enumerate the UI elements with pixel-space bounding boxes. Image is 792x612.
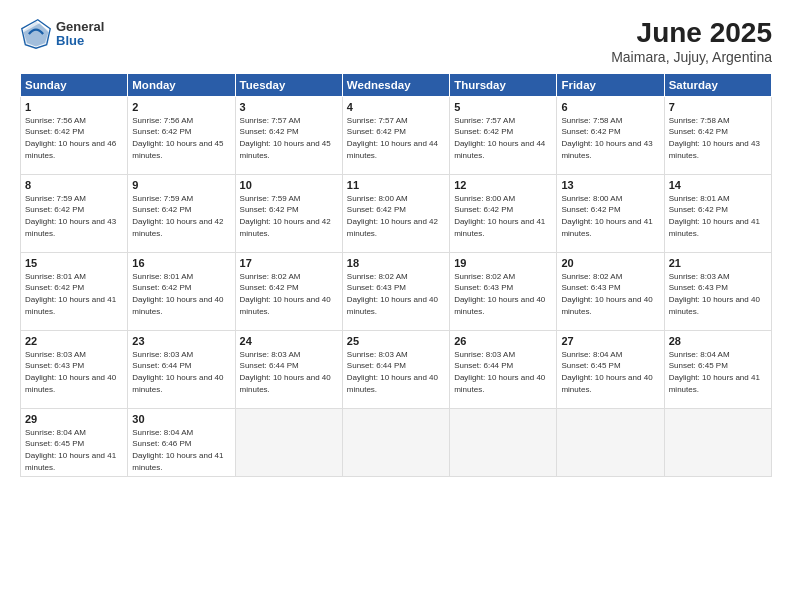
day-number: 11 (347, 179, 445, 191)
day-number: 5 (454, 101, 552, 113)
day-number: 3 (240, 101, 338, 113)
day-info: Sunrise: 8:02 AM Sunset: 6:42 PM Dayligh… (240, 271, 338, 317)
calendar-cell: 29 Sunrise: 8:04 AM Sunset: 6:45 PM Dayl… (21, 408, 128, 476)
day-info: Sunrise: 8:04 AM Sunset: 6:45 PM Dayligh… (669, 349, 767, 395)
col-saturday: Saturday (664, 73, 771, 96)
calendar-week-row: 15 Sunrise: 8:01 AM Sunset: 6:42 PM Dayl… (21, 252, 772, 330)
calendar-week-row: 8 Sunrise: 7:59 AM Sunset: 6:42 PM Dayli… (21, 174, 772, 252)
day-number: 25 (347, 335, 445, 347)
day-number: 4 (347, 101, 445, 113)
day-info: Sunrise: 8:03 AM Sunset: 6:44 PM Dayligh… (454, 349, 552, 395)
day-number: 23 (132, 335, 230, 347)
calendar-cell: 7 Sunrise: 7:58 AM Sunset: 6:42 PM Dayli… (664, 96, 771, 174)
calendar-header-row: Sunday Monday Tuesday Wednesday Thursday… (21, 73, 772, 96)
calendar-cell (450, 408, 557, 476)
calendar-cell: 10 Sunrise: 7:59 AM Sunset: 6:42 PM Dayl… (235, 174, 342, 252)
calendar-cell: 19 Sunrise: 8:02 AM Sunset: 6:43 PM Dayl… (450, 252, 557, 330)
calendar-cell: 16 Sunrise: 8:01 AM Sunset: 6:42 PM Dayl… (128, 252, 235, 330)
logo-icon (20, 18, 52, 50)
col-wednesday: Wednesday (342, 73, 449, 96)
day-info: Sunrise: 7:57 AM Sunset: 6:42 PM Dayligh… (454, 115, 552, 161)
calendar-cell: 22 Sunrise: 8:03 AM Sunset: 6:43 PM Dayl… (21, 330, 128, 408)
day-info: Sunrise: 8:01 AM Sunset: 6:42 PM Dayligh… (25, 271, 123, 317)
day-number: 21 (669, 257, 767, 269)
day-info: Sunrise: 8:02 AM Sunset: 6:43 PM Dayligh… (561, 271, 659, 317)
calendar-cell: 17 Sunrise: 8:02 AM Sunset: 6:42 PM Dayl… (235, 252, 342, 330)
day-info: Sunrise: 8:00 AM Sunset: 6:42 PM Dayligh… (347, 193, 445, 239)
day-number: 1 (25, 101, 123, 113)
day-number: 16 (132, 257, 230, 269)
col-tuesday: Tuesday (235, 73, 342, 96)
calendar-cell: 9 Sunrise: 7:59 AM Sunset: 6:42 PM Dayli… (128, 174, 235, 252)
day-info: Sunrise: 7:57 AM Sunset: 6:42 PM Dayligh… (240, 115, 338, 161)
day-info: Sunrise: 7:59 AM Sunset: 6:42 PM Dayligh… (25, 193, 123, 239)
day-info: Sunrise: 8:03 AM Sunset: 6:44 PM Dayligh… (132, 349, 230, 395)
day-number: 30 (132, 413, 230, 425)
calendar-cell: 11 Sunrise: 8:00 AM Sunset: 6:42 PM Dayl… (342, 174, 449, 252)
day-number: 8 (25, 179, 123, 191)
calendar-cell: 8 Sunrise: 7:59 AM Sunset: 6:42 PM Dayli… (21, 174, 128, 252)
calendar-cell: 25 Sunrise: 8:03 AM Sunset: 6:44 PM Dayl… (342, 330, 449, 408)
calendar-cell (664, 408, 771, 476)
calendar-cell: 20 Sunrise: 8:02 AM Sunset: 6:43 PM Dayl… (557, 252, 664, 330)
calendar-cell: 21 Sunrise: 8:03 AM Sunset: 6:43 PM Dayl… (664, 252, 771, 330)
day-info: Sunrise: 8:01 AM Sunset: 6:42 PM Dayligh… (132, 271, 230, 317)
day-number: 13 (561, 179, 659, 191)
day-number: 2 (132, 101, 230, 113)
day-info: Sunrise: 8:00 AM Sunset: 6:42 PM Dayligh… (454, 193, 552, 239)
day-info: Sunrise: 7:56 AM Sunset: 6:42 PM Dayligh… (25, 115, 123, 161)
calendar-cell: 13 Sunrise: 8:00 AM Sunset: 6:42 PM Dayl… (557, 174, 664, 252)
day-info: Sunrise: 7:56 AM Sunset: 6:42 PM Dayligh… (132, 115, 230, 161)
logo-text: General Blue (56, 20, 104, 49)
day-number: 9 (132, 179, 230, 191)
day-number: 28 (669, 335, 767, 347)
day-number: 7 (669, 101, 767, 113)
calendar-cell: 27 Sunrise: 8:04 AM Sunset: 6:45 PM Dayl… (557, 330, 664, 408)
calendar-cell: 23 Sunrise: 8:03 AM Sunset: 6:44 PM Dayl… (128, 330, 235, 408)
logo: General Blue (20, 18, 104, 50)
day-number: 12 (454, 179, 552, 191)
calendar: Sunday Monday Tuesday Wednesday Thursday… (20, 73, 772, 477)
calendar-cell: 6 Sunrise: 7:58 AM Sunset: 6:42 PM Dayli… (557, 96, 664, 174)
calendar-cell: 5 Sunrise: 7:57 AM Sunset: 6:42 PM Dayli… (450, 96, 557, 174)
col-friday: Friday (557, 73, 664, 96)
calendar-cell: 12 Sunrise: 8:00 AM Sunset: 6:42 PM Dayl… (450, 174, 557, 252)
day-info: Sunrise: 7:58 AM Sunset: 6:42 PM Dayligh… (669, 115, 767, 161)
calendar-cell: 4 Sunrise: 7:57 AM Sunset: 6:42 PM Dayli… (342, 96, 449, 174)
calendar-cell: 3 Sunrise: 7:57 AM Sunset: 6:42 PM Dayli… (235, 96, 342, 174)
col-sunday: Sunday (21, 73, 128, 96)
calendar-cell (557, 408, 664, 476)
logo-blue: Blue (56, 34, 104, 48)
location-title: Maimara, Jujuy, Argentina (611, 49, 772, 65)
calendar-cell: 26 Sunrise: 8:03 AM Sunset: 6:44 PM Dayl… (450, 330, 557, 408)
calendar-cell (235, 408, 342, 476)
day-info: Sunrise: 8:04 AM Sunset: 6:45 PM Dayligh… (561, 349, 659, 395)
day-info: Sunrise: 8:04 AM Sunset: 6:45 PM Dayligh… (25, 427, 123, 473)
calendar-week-row: 1 Sunrise: 7:56 AM Sunset: 6:42 PM Dayli… (21, 96, 772, 174)
day-info: Sunrise: 8:03 AM Sunset: 6:43 PM Dayligh… (669, 271, 767, 317)
day-number: 24 (240, 335, 338, 347)
calendar-cell: 2 Sunrise: 7:56 AM Sunset: 6:42 PM Dayli… (128, 96, 235, 174)
calendar-week-row: 22 Sunrise: 8:03 AM Sunset: 6:43 PM Dayl… (21, 330, 772, 408)
day-info: Sunrise: 8:04 AM Sunset: 6:46 PM Dayligh… (132, 427, 230, 473)
day-info: Sunrise: 8:02 AM Sunset: 6:43 PM Dayligh… (347, 271, 445, 317)
calendar-cell: 28 Sunrise: 8:04 AM Sunset: 6:45 PM Dayl… (664, 330, 771, 408)
day-info: Sunrise: 8:01 AM Sunset: 6:42 PM Dayligh… (669, 193, 767, 239)
day-number: 19 (454, 257, 552, 269)
day-number: 10 (240, 179, 338, 191)
day-info: Sunrise: 7:58 AM Sunset: 6:42 PM Dayligh… (561, 115, 659, 161)
day-info: Sunrise: 8:02 AM Sunset: 6:43 PM Dayligh… (454, 271, 552, 317)
day-info: Sunrise: 7:57 AM Sunset: 6:42 PM Dayligh… (347, 115, 445, 161)
day-info: Sunrise: 7:59 AM Sunset: 6:42 PM Dayligh… (240, 193, 338, 239)
day-number: 15 (25, 257, 123, 269)
day-number: 20 (561, 257, 659, 269)
day-number: 18 (347, 257, 445, 269)
day-number: 6 (561, 101, 659, 113)
calendar-week-row: 29 Sunrise: 8:04 AM Sunset: 6:45 PM Dayl… (21, 408, 772, 476)
calendar-cell: 15 Sunrise: 8:01 AM Sunset: 6:42 PM Dayl… (21, 252, 128, 330)
col-thursday: Thursday (450, 73, 557, 96)
day-info: Sunrise: 8:03 AM Sunset: 6:44 PM Dayligh… (347, 349, 445, 395)
day-number: 29 (25, 413, 123, 425)
calendar-cell: 30 Sunrise: 8:04 AM Sunset: 6:46 PM Dayl… (128, 408, 235, 476)
day-number: 27 (561, 335, 659, 347)
